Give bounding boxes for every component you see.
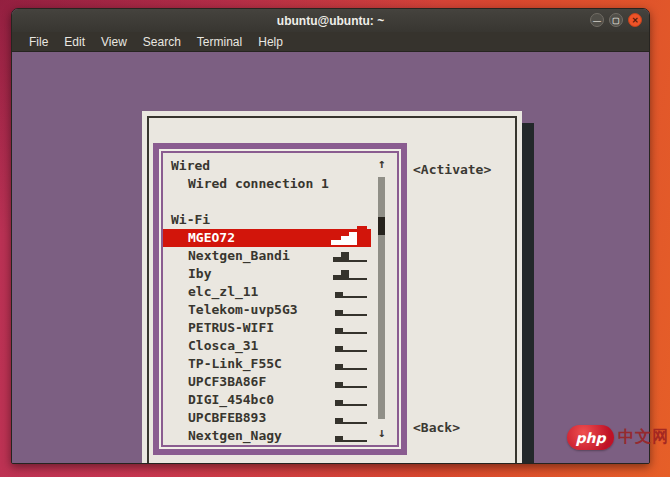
terminal-window: ubuntu@ubuntu: ~ —▢✕ FileEditViewSearchT… xyxy=(11,8,650,464)
signal-strength-icon xyxy=(331,391,369,409)
window-controls: —▢✕ xyxy=(590,13,642,27)
signal-strength-icon xyxy=(331,301,369,319)
signal-strength-icon xyxy=(331,319,369,337)
minimize-icon: — xyxy=(593,16,601,25)
network-list-item[interactable]: Wired connection 1 xyxy=(163,175,397,193)
network-name: Telekom-uvp5G3 xyxy=(188,301,298,319)
signal-strength-icon xyxy=(331,409,369,427)
network-name: Nextgen_Bandi xyxy=(188,247,290,265)
network-name: elc_zl_11 xyxy=(188,283,258,301)
signal-strength-icon xyxy=(331,373,369,391)
back-button[interactable]: <Back> xyxy=(413,420,460,435)
scroll-up-icon[interactable]: ↑ xyxy=(375,156,389,171)
menu-item-search[interactable]: Search xyxy=(135,35,189,49)
signal-strength-icon xyxy=(331,229,369,247)
minimize-button[interactable]: — xyxy=(590,13,604,27)
network-name: Wired connection 1 xyxy=(188,175,329,193)
watermark: php 中文网 xyxy=(567,425,669,450)
network-list-item[interactable]: Closca_31 xyxy=(163,337,397,355)
menu-item-file[interactable]: File xyxy=(21,35,56,49)
menu-item-terminal[interactable]: Terminal xyxy=(189,35,250,49)
network-list-item[interactable]: Nextgen_Nagy xyxy=(163,427,397,445)
network-list-item[interactable]: elc_zl_11 xyxy=(163,283,397,301)
network-list-item[interactable]: UPCF3BA86F xyxy=(163,373,397,391)
network-list-item[interactable]: Iby xyxy=(163,265,397,283)
window-titlebar[interactable]: ubuntu@ubuntu: ~ —▢✕ xyxy=(12,9,649,32)
desktop: ubuntu@ubuntu: ~ —▢✕ FileEditViewSearchT… xyxy=(0,0,670,477)
menu-item-view[interactable]: View xyxy=(93,35,135,49)
network-name: PETRUS-WIFI xyxy=(188,319,274,337)
network-list-item[interactable]: UPCBFEB893 xyxy=(163,409,397,427)
network-name: MGEO72 xyxy=(188,229,235,247)
network-name: Closca_31 xyxy=(188,337,258,355)
nmtui-dialog: WiredWired connection 1Wi-FiMGEO72Nextge… xyxy=(142,111,522,464)
php-logo: php xyxy=(567,425,614,450)
list-spacer xyxy=(163,193,397,211)
menu-item-help[interactable]: Help xyxy=(250,35,291,49)
network-name: UPCBFEB893 xyxy=(188,409,266,427)
watermark-text: 中文网 xyxy=(618,427,669,448)
network-list-item[interactable]: Telekom-uvp5G3 xyxy=(163,301,397,319)
network-name: Wired xyxy=(171,157,210,175)
scroll-down-icon[interactable]: ↓ xyxy=(375,425,389,440)
network-name: Nextgen_Nagy xyxy=(188,427,282,445)
close-icon: ✕ xyxy=(632,16,639,25)
menu-bar: FileEditViewSearchTerminalHelp xyxy=(12,32,649,52)
network-list-frame: WiredWired connection 1Wi-FiMGEO72Nextge… xyxy=(153,143,407,455)
network-name: DIGI_454bc0 xyxy=(188,391,274,409)
scrollbar-track[interactable] xyxy=(378,177,385,419)
window-title: ubuntu@ubuntu: ~ xyxy=(277,14,384,28)
network-name: TP-Link_F55C xyxy=(188,355,282,373)
signal-strength-icon xyxy=(331,265,369,283)
signal-strength-icon xyxy=(331,283,369,301)
signal-strength-icon xyxy=(331,247,369,265)
signal-strength-icon xyxy=(331,175,369,193)
network-name: Wi-Fi xyxy=(171,211,210,229)
signal-strength-icon xyxy=(331,355,369,373)
terminal-viewport[interactable]: WiredWired connection 1Wi-FiMGEO72Nextge… xyxy=(12,52,649,463)
network-list-area: WiredWired connection 1Wi-FiMGEO72Nextge… xyxy=(163,153,397,445)
maximize-icon: ▢ xyxy=(612,16,620,25)
network-list-item[interactable]: MGEO72 xyxy=(163,229,371,247)
network-list-item[interactable]: DIGI_454bc0 xyxy=(163,391,397,409)
network-list-item[interactable]: TP-Link_F55C xyxy=(163,355,397,373)
signal-strength-icon xyxy=(331,337,369,355)
menu-item-edit[interactable]: Edit xyxy=(56,35,93,49)
network-group-label: Wired xyxy=(163,157,397,175)
signal-strength-icon xyxy=(331,427,369,445)
activate-button[interactable]: <Activate> xyxy=(413,162,491,177)
close-button[interactable]: ✕ xyxy=(628,13,642,27)
network-list: WiredWired connection 1Wi-FiMGEO72Nextge… xyxy=(163,157,397,445)
maximize-button[interactable]: ▢ xyxy=(609,13,623,27)
scrollbar-thumb[interactable] xyxy=(378,217,385,235)
network-name: Iby xyxy=(188,265,211,283)
network-list-item[interactable]: Nextgen_Bandi xyxy=(163,247,397,265)
network-list-item[interactable]: PETRUS-WIFI xyxy=(163,319,397,337)
network-name: UPCF3BA86F xyxy=(188,373,266,391)
